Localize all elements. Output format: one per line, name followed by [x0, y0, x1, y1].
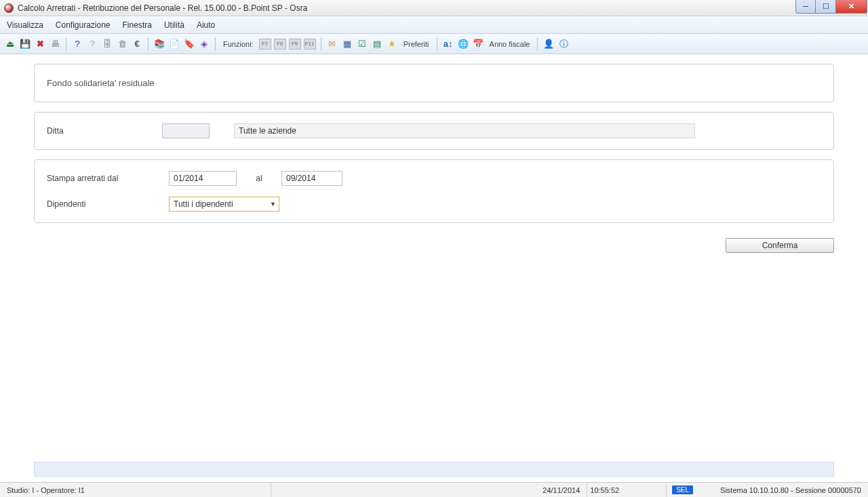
menu-utilita[interactable]: Utilità	[164, 20, 184, 30]
preferiti-label[interactable]: Preferiti	[403, 40, 429, 48]
f7-button[interactable]: F7	[259, 39, 271, 49]
euro-icon[interactable]: €	[131, 38, 143, 50]
font-icon[interactable]: a↕	[442, 38, 454, 50]
db-icon[interactable]: 🗄	[101, 38, 113, 50]
tag-icon[interactable]: 🔖	[183, 38, 195, 50]
separator	[66, 37, 66, 51]
mail-icon[interactable]: ✉	[326, 38, 338, 50]
save-icon[interactable]: 💾	[19, 38, 31, 50]
delete-icon[interactable]: ✖	[34, 38, 46, 50]
menu-aiuto[interactable]: Aiuto	[197, 20, 215, 30]
menu-finestra[interactable]: Finestra	[123, 20, 152, 30]
window-controls: ─ ☐ ✕	[795, 0, 867, 14]
app-icon	[4, 3, 14, 13]
separator	[437, 37, 437, 51]
check-icon[interactable]: ☑	[356, 38, 368, 50]
separator	[537, 37, 538, 51]
user-icon[interactable]: 👤	[542, 38, 555, 50]
separator	[215, 37, 216, 51]
trash-icon[interactable]: 🗑	[116, 38, 128, 50]
info-icon[interactable]: ?	[86, 38, 98, 50]
maximize-button[interactable]: ☐	[816, 0, 836, 14]
about-icon[interactable]: ⓘ	[557, 38, 570, 50]
doc-icon[interactable]: 📄	[168, 38, 180, 50]
minimize-button[interactable]: ─	[795, 0, 816, 14]
calendar-icon[interactable]: 📅	[472, 38, 484, 50]
table-icon[interactable]: ▦	[341, 38, 353, 50]
anno-label[interactable]: Anno fiscale	[490, 40, 530, 48]
menubar: Visualizza Configurazione Finestra Utili…	[0, 16, 868, 34]
star-icon[interactable]: ★	[386, 38, 398, 50]
globe-icon[interactable]: 🌐	[457, 38, 469, 50]
close-button[interactable]: ✕	[836, 0, 867, 14]
excel-icon[interactable]: ▤	[371, 38, 383, 50]
f9-button[interactable]: F9	[289, 39, 301, 49]
separator	[148, 37, 149, 51]
menu-visualizza[interactable]: Visualizza	[7, 20, 43, 30]
cube-icon[interactable]: ◈	[198, 38, 210, 50]
separator	[321, 37, 321, 51]
funzioni-label: Funzioni:	[223, 40, 254, 48]
print-icon[interactable]: 🖶	[49, 38, 61, 50]
titlebar: Calcolo Arretrati - Retribuzione del Per…	[0, 0, 868, 16]
books-icon[interactable]: 📚	[153, 38, 165, 50]
exit-icon[interactable]: ⏏	[4, 38, 16, 50]
f8-button[interactable]: F8	[274, 39, 286, 49]
menu-configurazione[interactable]: Configurazione	[56, 20, 111, 30]
help-icon[interactable]: ?	[71, 38, 83, 50]
f11-button[interactable]: F11	[304, 39, 316, 49]
toolbar: ⏏ 💾 ✖ 🖶 ? ? 🗄 🗑 € 📚 📄 🔖 ◈ Funzioni: F7 F…	[0, 34, 868, 54]
window-title: Calcolo Arretrati - Retribuzione del Per…	[18, 3, 868, 13]
